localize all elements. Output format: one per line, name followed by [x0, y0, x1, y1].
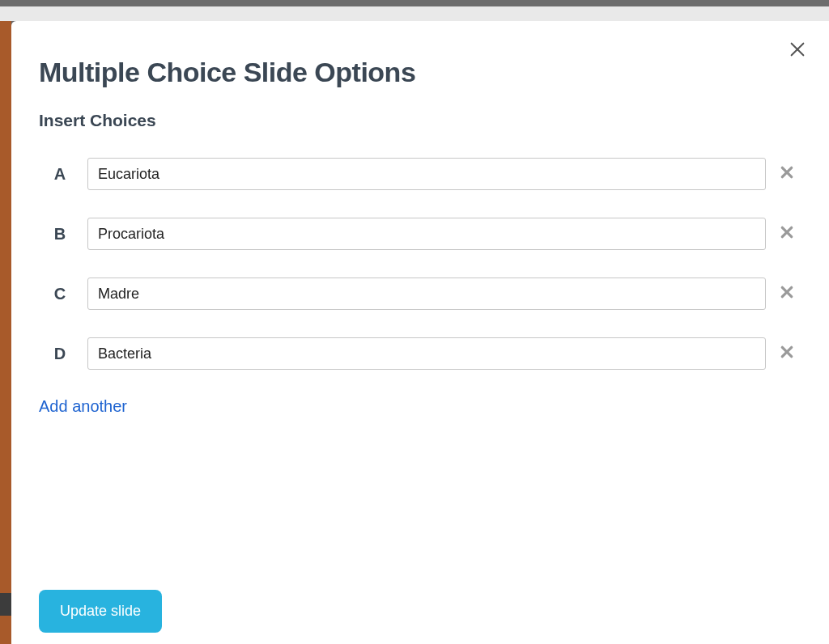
add-another-link[interactable]: Add another	[39, 397, 127, 416]
backdrop-left	[0, 21, 11, 644]
choice-letter: D	[39, 345, 87, 363]
choice-letter: B	[39, 225, 87, 244]
choice-row-c: C	[39, 278, 801, 310]
remove-choice-icon[interactable]	[766, 162, 801, 186]
choice-input-a[interactable]	[87, 158, 766, 190]
modal-subtitle: Insert Choices	[39, 111, 801, 130]
modal-inner: Multiple Choice Slide Options Insert Cho…	[11, 21, 829, 644]
modal-title: Multiple Choice Slide Options	[39, 57, 801, 88]
choice-input-b[interactable]	[87, 218, 766, 250]
backdrop-strip	[0, 6, 829, 21]
choice-row-d: D	[39, 337, 801, 370]
choice-input-c[interactable]	[87, 278, 766, 310]
choice-input-d[interactable]	[87, 337, 766, 370]
choice-row-b: B	[39, 218, 801, 250]
backdrop-top	[0, 0, 829, 6]
remove-choice-icon[interactable]	[766, 341, 801, 366]
choice-row-a: A	[39, 158, 801, 190]
remove-choice-icon[interactable]	[766, 282, 801, 306]
modal: Multiple Choice Slide Options Insert Cho…	[11, 21, 829, 644]
remove-choice-icon[interactable]	[766, 222, 801, 246]
update-slide-button[interactable]: Update slide	[39, 590, 162, 633]
choice-letter: A	[39, 165, 87, 184]
backdrop-left-bottom	[0, 593, 11, 616]
choice-letter: C	[39, 285, 87, 303]
